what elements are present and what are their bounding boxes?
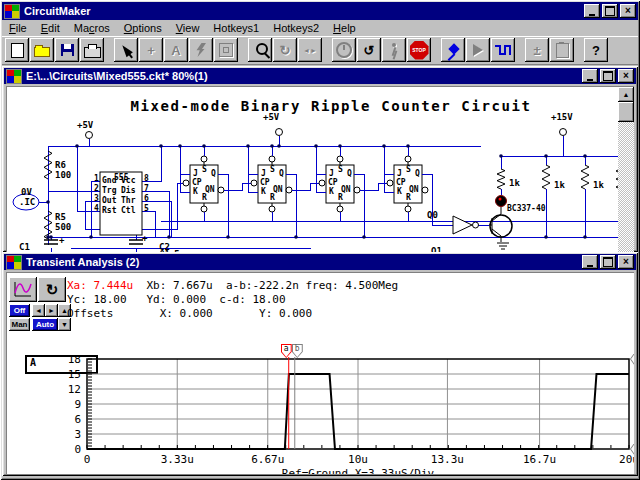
minimize-icon bbox=[589, 14, 595, 16]
circuit-close-button[interactable]: × bbox=[618, 69, 634, 83]
menu-options[interactable]: Options bbox=[117, 20, 169, 36]
maximize-icon bbox=[603, 257, 613, 267]
digital-wave-tool-button[interactable] bbox=[491, 38, 515, 62]
scroll-right-button[interactable]: ► bbox=[45, 304, 58, 317]
vertical-scrollbar[interactable]: ▲ bbox=[618, 87, 634, 252]
cursors-off-button[interactable]: Off bbox=[9, 304, 30, 317]
menu-macros[interactable]: Macros bbox=[67, 20, 117, 36]
analysis-title: Transient Analysis (2) bbox=[26, 256, 582, 268]
schematic-label: Dis bbox=[121, 187, 135, 195]
schematic-label: 2 bbox=[94, 185, 99, 193]
menu-file[interactable]: File bbox=[2, 20, 34, 36]
schematic-label: K bbox=[329, 188, 334, 196]
scroll-left-button[interactable]: ◄ bbox=[32, 304, 45, 317]
schematic-label: 100 bbox=[55, 171, 71, 180]
analysis-titlebar[interactable]: Transient Analysis (2) × bbox=[4, 254, 636, 270]
schematic-label: 3 bbox=[94, 195, 99, 203]
transient-plot[interactable]: 03.33u6.67u10u13.3u16.7u20u0369121518Ref… bbox=[6, 351, 634, 474]
close-button[interactable]: × bbox=[620, 4, 636, 18]
schematic-label: R bbox=[406, 194, 411, 202]
probe-tool-button[interactable] bbox=[441, 38, 465, 62]
help-tool-icon: ? bbox=[592, 43, 600, 58]
circuit-maximize-button[interactable] bbox=[600, 69, 616, 83]
menu-edit[interactable]: Edit bbox=[34, 20, 67, 36]
mirror-tool-button[interactable]: ◄► bbox=[298, 38, 322, 62]
svg-text:9: 9 bbox=[74, 398, 81, 411]
scrollbar-thumb[interactable] bbox=[618, 102, 634, 122]
schematic-label: 5 bbox=[144, 205, 149, 213]
down-arrow-icon: ▼ bbox=[61, 321, 68, 328]
main-titlebar[interactable]: CircuitMaker × bbox=[2, 2, 638, 20]
zoom-tool-button[interactable] bbox=[248, 38, 272, 62]
schematic-label: Gnd bbox=[102, 177, 116, 185]
circuit-titlebar[interactable]: E:\...\Circuits\Mixed555.ckt* 80%(1) × bbox=[4, 68, 636, 84]
expand-tool-icon: ± bbox=[533, 43, 540, 58]
maximize-icon bbox=[603, 71, 613, 81]
menu-hotkeys1[interactable]: Hotkeys1 bbox=[206, 20, 266, 36]
schematic: Mixed-mode Binary Ripple Counter Circuit… bbox=[11, 95, 623, 252]
wire-tool-button[interactable] bbox=[189, 38, 213, 62]
rotate-icon: ↻ bbox=[46, 281, 59, 299]
app-title: CircuitMaker bbox=[24, 5, 584, 17]
schematic-label: K bbox=[397, 188, 402, 196]
waveform-setup-button[interactable] bbox=[9, 277, 37, 302]
schematic-label: QN bbox=[205, 186, 215, 194]
menu-help[interactable]: Help bbox=[326, 20, 363, 36]
circuit-window-icon[interactable] bbox=[6, 69, 22, 84]
analysis-minimize-button[interactable] bbox=[582, 255, 598, 269]
menu-view[interactable]: View bbox=[169, 20, 207, 36]
menu-hotkeys2[interactable]: Hotkeys2 bbox=[266, 20, 326, 36]
schematic-label: CP bbox=[328, 179, 338, 187]
schematic-label: 4 bbox=[94, 205, 99, 213]
close-icon: × bbox=[623, 71, 629, 81]
auto-scale-button[interactable]: Auto bbox=[32, 318, 58, 331]
box-tool-button[interactable] bbox=[214, 38, 238, 62]
analysis-close-button[interactable]: × bbox=[618, 255, 634, 269]
schematic-label: CP bbox=[260, 179, 270, 187]
circuit-title: E:\...\Circuits\Mixed555.ckt* 80%(1) bbox=[26, 70, 582, 82]
scroll-up-button[interactable]: ▲ bbox=[618, 87, 634, 102]
main-window: CircuitMaker × FileEditMacrosOptionsView… bbox=[0, 0, 640, 480]
stop-tool-button[interactable]: STOP bbox=[407, 38, 431, 62]
svg-text:16.7u: 16.7u bbox=[523, 453, 556, 466]
expand-tool-button[interactable]: ± bbox=[525, 38, 549, 62]
refresh-button[interactable]: ↻ bbox=[38, 277, 66, 302]
minimize-button[interactable] bbox=[584, 4, 600, 18]
svg-text:3.33u: 3.33u bbox=[161, 453, 194, 466]
open-file-button[interactable] bbox=[30, 38, 54, 62]
text-tool-button[interactable]: A bbox=[164, 38, 188, 62]
schematic-label: J bbox=[329, 170, 334, 178]
schematic-label: BC337-40 bbox=[507, 205, 546, 213]
arrow-tool-button[interactable] bbox=[114, 38, 138, 62]
manual-scale-button[interactable]: Man bbox=[9, 318, 30, 331]
schematic-label: Q bbox=[279, 170, 284, 178]
restore-button[interactable] bbox=[602, 4, 618, 18]
schematic-canvas[interactable]: Mixed-mode Binary Ripple Counter Circuit… bbox=[6, 86, 634, 252]
help-tool-button[interactable]: ? bbox=[584, 38, 608, 62]
schematic-label: CP bbox=[192, 179, 202, 187]
schematic-label: QN bbox=[409, 186, 419, 194]
reset-tool-icon: ↺ bbox=[364, 43, 375, 58]
step-tool-button[interactable] bbox=[332, 38, 356, 62]
clipboard-tool-button[interactable] bbox=[550, 38, 574, 62]
analog-buffer-tool-button[interactable] bbox=[466, 38, 490, 62]
svg-text:18: 18 bbox=[68, 353, 81, 366]
reset-tool-button[interactable]: ↺ bbox=[357, 38, 381, 62]
schematic-label: R bbox=[270, 194, 275, 202]
save-file-button[interactable] bbox=[55, 38, 79, 62]
schematic-label: Vcc bbox=[121, 177, 135, 185]
app-icon[interactable] bbox=[4, 4, 20, 19]
analysis-maximize-button[interactable] bbox=[600, 255, 616, 269]
rotate-tool-button[interactable]: ↻ bbox=[273, 38, 297, 62]
plus-tool-button[interactable]: + bbox=[139, 38, 163, 62]
new-document-button[interactable] bbox=[5, 38, 29, 62]
offsets-readout-line: Offsets X: 0.000 Y: 0.000 bbox=[67, 308, 312, 320]
box-tool-icon bbox=[219, 43, 233, 57]
x-axis-caption: Ref=Ground X=3.33uS/Div bbox=[282, 467, 435, 474]
analysis-window-icon[interactable] bbox=[6, 255, 22, 270]
schematic-label: 1k bbox=[593, 181, 604, 190]
digital-wave-tool-icon bbox=[495, 45, 511, 55]
print-button[interactable] bbox=[80, 38, 104, 62]
run-tool-button[interactable] bbox=[382, 38, 406, 62]
circuit-minimize-button[interactable] bbox=[582, 69, 598, 83]
